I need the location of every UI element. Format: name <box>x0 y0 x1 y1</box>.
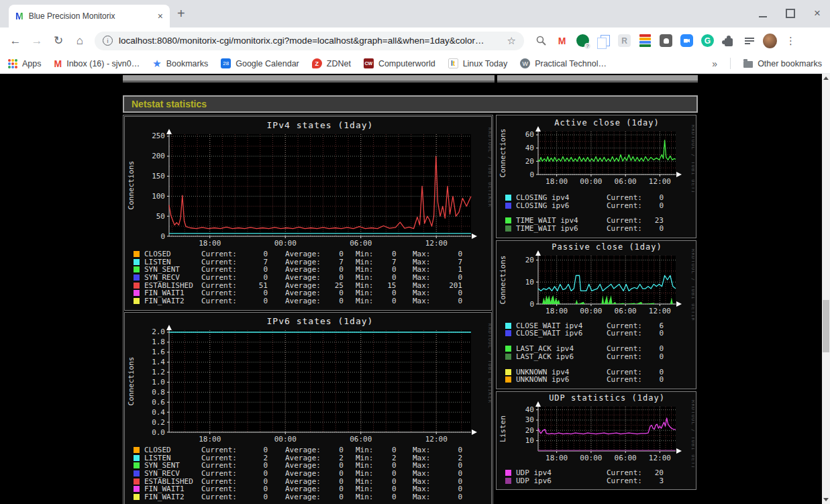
zoom-icon[interactable] <box>680 34 694 48</box>
site-info-icon[interactable]: i <box>103 36 113 46</box>
scroll-up-arrow[interactable] <box>823 77 829 80</box>
monitorix-page: Netstat statistics 05010015020025018:000… <box>0 74 822 504</box>
other-bookmarks-label: Other bookmarks <box>758 59 822 68</box>
netstat-left-column: 05010015020025018:0000:0006:0012:00IPv4 … <box>123 115 493 504</box>
svg-text:RRDTOOL / TOBI OETIKER: RRDTOOL / TOBI OETIKER <box>487 128 491 207</box>
r-extension-icon[interactable]: R <box>617 34 631 48</box>
svg-text:RRDTOOL / TOBI OETIKER: RRDTOOL / TOBI OETIKER <box>487 323 491 403</box>
star-icon: ★ <box>152 58 161 70</box>
ipv4-states-graph-block: 05010015020025018:0000:0006:0012:00IPv4 … <box>124 116 492 311</box>
legend-value: 0 <box>646 352 664 361</box>
profile-avatar[interactable] <box>763 34 777 48</box>
minimize-button[interactable] <box>759 10 767 17</box>
previous-graphs-bottom-edge <box>123 74 698 83</box>
reload-button[interactable]: ↻ <box>48 31 68 51</box>
bookmark-label: Apps <box>22 59 42 68</box>
tab-close-icon[interactable]: × <box>158 11 163 21</box>
url-text[interactable]: localhost:8080/monitorix-cgi/monitorix.c… <box>119 36 501 46</box>
scrollbar-thumb[interactable] <box>823 300 829 352</box>
active-close-chart[interactable]: 020406018:0000:0006:0012:00Active close … <box>497 115 694 192</box>
bookmarks-bar: Apps M Inbox (16) - sjvn0… ★ Bookmarks 2… <box>0 54 830 74</box>
svg-text:Connections: Connections <box>127 161 136 210</box>
address-bar[interactable]: i localhost:8080/monitorix-cgi/monitorix… <box>95 32 524 50</box>
browser-tab[interactable]: M Blue Precision Monitorix × <box>9 5 170 28</box>
bookmark-apps[interactable]: Apps <box>8 59 42 68</box>
legend-row: CLOSEDCurrent:0Average:0Min:0Max:0 <box>134 250 487 258</box>
section-title: Netstat statistics <box>124 99 207 109</box>
svg-text:0.4: 0.4 <box>152 408 165 417</box>
browser-menu-icon[interactable]: ⋮ <box>784 34 798 48</box>
contact-help-icon[interactable] <box>576 34 590 48</box>
legend-value: 0 <box>439 297 462 305</box>
legend-row: SYN_RECVCurrent:0Average:0Min:0Max:0 <box>134 469 487 477</box>
legend-row: LAST_ACK ipv6Current:0 <box>505 352 692 360</box>
bookmarks-overflow-icon[interactable]: » <box>712 58 717 69</box>
active-close-graph-block: 020406018:0000:0006:0012:00Active close … <box>496 115 696 238</box>
svg-text:40: 40 <box>525 144 534 152</box>
legend-swatch <box>134 283 140 289</box>
svg-text:06:00: 06:00 <box>350 239 372 248</box>
svg-text:12:00: 12:00 <box>649 454 671 462</box>
ipv6-states-chart[interactable]: 0.00.20.40.60.81.01.21.41.61.82.018:0000… <box>125 313 491 444</box>
legend-row: CLOSING ipv4Current:0 <box>505 193 692 201</box>
legend-value: 0 <box>321 297 344 305</box>
legend-row: SYN_RECVCurrent:0Average:0Min:0Max:0 <box>134 273 487 281</box>
legend-value: 0 <box>646 329 664 338</box>
ipv4-states-chart[interactable]: 05010015020025018:0000:0006:0012:00IPv4 … <box>125 117 491 248</box>
svg-text:200: 200 <box>152 152 165 160</box>
vertical-scrollbar[interactable] <box>822 74 830 504</box>
passive-close-chart[interactable]: 0102018:0000:0006:0012:00Passive close (… <box>497 241 694 320</box>
svg-text:12:00: 12:00 <box>425 435 448 444</box>
udp-statistics-chart[interactable]: 1020304018:0000:0006:0012:00UDP statisti… <box>497 392 694 467</box>
reading-list-icon[interactable] <box>638 34 652 48</box>
legend-row: UDP ipv4Current:20 <box>505 468 692 476</box>
bookmark-linux-today[interactable]: lt Linux Today <box>448 58 508 68</box>
bookmark-star-icon[interactable]: ☆ <box>507 35 516 47</box>
legend-swatch <box>505 354 511 360</box>
legend-value: 3 <box>646 476 664 485</box>
bookmark-inbox[interactable]: M Inbox (16) - sjvn0… <box>54 58 140 69</box>
svg-text:RRDTOOL / TOBI OETIKER: RRDTOOL / TOBI OETIKER <box>690 125 694 192</box>
linux-today-icon: lt <box>448 58 458 68</box>
udp-statistics-graph-block: 1020304018:0000:0006:0012:00UDP statisti… <box>496 391 696 490</box>
bookmark-bookmarks[interactable]: ★ Bookmarks <box>152 58 208 70</box>
back-button[interactable]: ← <box>5 31 25 51</box>
legend-row: TIME_WAIT ipv6Current:0 <box>505 224 692 232</box>
bookmark-google-calendar[interactable]: 28 Google Calendar <box>221 58 299 68</box>
wordpress-icon: W <box>520 58 530 68</box>
grammarly-icon[interactable]: G <box>701 34 715 48</box>
bookmark-practical-technology[interactable]: W Practical Technol… <box>520 58 607 68</box>
home-button[interactable]: ⌂ <box>70 31 90 51</box>
extensions-puzzle-icon[interactable] <box>721 34 735 48</box>
legend-swatch <box>505 330 511 336</box>
other-bookmarks[interactable]: Other bookmarks <box>743 59 822 68</box>
svg-text:06:00: 06:00 <box>615 307 637 315</box>
svg-text:00:00: 00:00 <box>580 454 602 462</box>
bookmark-zdnet[interactable]: Z ZDNet <box>312 58 351 68</box>
svg-text:RRDTOOL / TOBI OETIKER: RRDTOOL / TOBI OETIKER <box>690 400 694 467</box>
media-queue-icon[interactable] <box>742 34 756 48</box>
legend-value: 0 <box>646 201 664 210</box>
new-tab-button[interactable]: + <box>177 6 185 21</box>
svg-text:IPv6 states (1day): IPv6 states (1day) <box>267 316 374 326</box>
copy-docs-icon[interactable] <box>596 34 611 48</box>
bookmarks-divider <box>730 58 731 69</box>
legend-swatch <box>134 274 140 281</box>
gmail-icon[interactable]: M <box>555 34 569 48</box>
bookmark-label: Linux Today <box>463 59 508 68</box>
legend-row: UNKNOWN ipv6Current:0 <box>505 375 692 383</box>
bookmark-computerworld[interactable]: CW Computerworld <box>364 58 435 68</box>
bookmark-label: Bookmarks <box>166 59 209 68</box>
scroll-down-arrow[interactable] <box>823 498 829 501</box>
legend-swatch <box>505 203 511 209</box>
keep-icon[interactable] <box>659 34 673 48</box>
search-icon[interactable] <box>534 34 548 48</box>
legend-row: LISTENCurrent:7Average:7Min:7Max:7 <box>134 258 487 266</box>
svg-text:0.0: 0.0 <box>152 427 165 436</box>
tab-title: Blue Precision Monitorix <box>29 11 152 21</box>
forward-button[interactable]: → <box>27 31 47 51</box>
legend-row: LAST_ACK ipv4Current:0 <box>505 344 692 352</box>
legend-row: ESTABLISHEDCurrent:51Average:25Min:15Max… <box>134 281 487 289</box>
window-close-button[interactable]: × <box>814 9 821 17</box>
maximize-button[interactable] <box>786 9 795 18</box>
